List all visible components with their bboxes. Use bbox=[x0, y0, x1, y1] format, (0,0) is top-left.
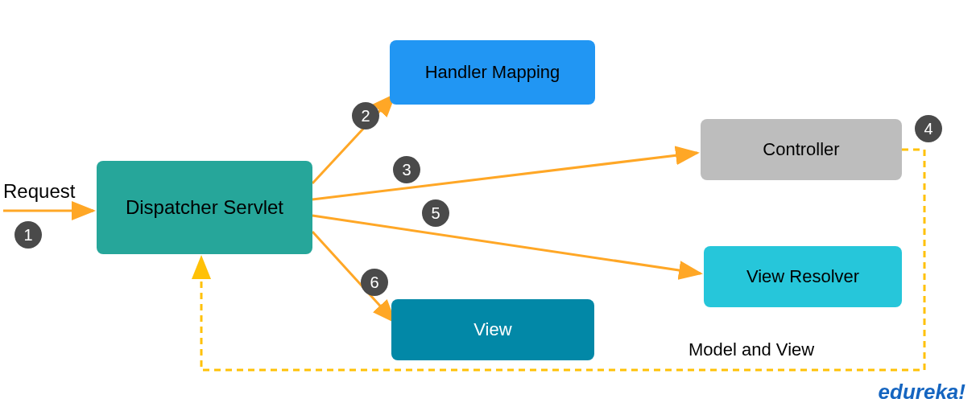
handler-text: Handler Mapping bbox=[425, 62, 560, 83]
handler-mapping-box: Handler Mapping bbox=[390, 40, 595, 105]
controller-box: Controller bbox=[701, 119, 902, 180]
dispatcher-text: Dispatcher Servlet bbox=[126, 196, 283, 219]
request-label: Request bbox=[3, 180, 75, 203]
svg-line-5 bbox=[312, 216, 701, 273]
svg-line-4 bbox=[312, 153, 697, 199]
brand-logo: edureka! bbox=[879, 380, 966, 405]
resolver-text: View Resolver bbox=[746, 266, 859, 287]
model-and-view-label: Model and View bbox=[688, 339, 814, 360]
step-4-badge: 4 bbox=[915, 115, 942, 142]
step-5-badge: 5 bbox=[422, 199, 449, 227]
controller-text: Controller bbox=[763, 139, 839, 160]
step-1-badge: 1 bbox=[14, 221, 42, 249]
step-6-badge: 6 bbox=[361, 269, 388, 296]
step-3-badge: 3 bbox=[393, 156, 420, 183]
view-box: View bbox=[391, 299, 594, 360]
view-text: View bbox=[473, 319, 511, 340]
view-resolver-box: View Resolver bbox=[704, 246, 902, 307]
dispatcher-servlet-box: Dispatcher Servlet bbox=[97, 161, 312, 254]
step-2-badge: 2 bbox=[352, 102, 379, 129]
